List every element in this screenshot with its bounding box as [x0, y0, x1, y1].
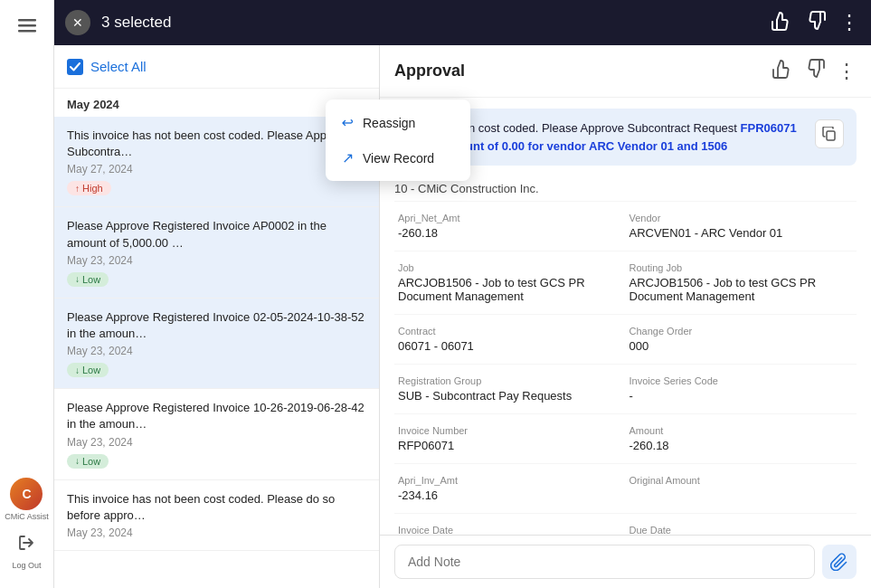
view-record-label: View Record [363, 151, 434, 166]
priority-badge: ↓ Low [67, 272, 109, 287]
view-record-icon: ↗ [342, 149, 354, 166]
field-label: Amount [630, 425, 854, 436]
field-routing-job: Routing Job ARCJOB1506 - Job to test GCS… [626, 251, 857, 315]
priority-badge: ↓ Low [67, 363, 109, 377]
list-item-text: Please Approve Registered Invoice AP0002… [67, 218, 366, 251]
cmic-assist-item[interactable]: C CMiC Assist [5, 478, 49, 521]
field-value: -260.18 [398, 226, 622, 240]
field-value: 06071 - 06071 [398, 339, 622, 353]
topbar-actions: ⋮ [771, 10, 860, 36]
reject-button[interactable] [804, 58, 826, 84]
close-icon: ✕ [72, 15, 83, 30]
list-item[interactable]: Please Approve Registered Invoice AP0002… [54, 207, 379, 298]
logout-label: Log Out [12, 561, 41, 570]
field-value: ARCJOB1506 - Job to test GCS PR Document… [398, 276, 622, 303]
add-note-area [380, 535, 871, 588]
field-amount: Amount -260.18 [626, 414, 857, 464]
svg-rect-5 [827, 131, 835, 140]
svg-rect-2 [18, 30, 36, 33]
menu-icon[interactable] [11, 9, 43, 42]
field-registration-group: Registration Group SUB - Subcontract Pay… [394, 365, 626, 414]
field-label: Due Date [630, 525, 854, 535]
select-all-label[interactable]: Select All [90, 59, 147, 74]
fields-grid: Apri_Net_Amt -260.18 Vendor ARCVEN01 - A… [394, 202, 857, 535]
thumb-up-button[interactable] [771, 10, 792, 36]
field-change-order: Change Order 000 [626, 315, 857, 365]
logout-icon [10, 526, 43, 559]
field-contract: Contract 06071 - 06071 [394, 315, 626, 365]
list-item-date: May 23, 2024 [67, 526, 366, 539]
topbar: ✕ 3 selected ⋮ [54, 0, 871, 45]
field-label: Invoice Series Code [630, 375, 854, 386]
field-value: SUB - Subcontract Pay Requests [398, 389, 622, 403]
more-options-right-button[interactable]: ⋮ [837, 60, 857, 83]
field-apri-inv-amt: Apri_Inv_Amt -234.16 [394, 464, 626, 514]
list-item-date: May 27, 2024 [67, 163, 366, 175]
field-due-date: Due Date 06-JUL-23 [626, 514, 857, 535]
close-button[interactable]: ✕ [65, 10, 90, 35]
field-value: -234.16 [398, 488, 622, 502]
selected-count: 3 selected [101, 14, 760, 32]
add-note-input[interactable] [394, 545, 815, 579]
field-invoice-number: Invoice Number RFP06071 [394, 414, 626, 464]
sidebar: C CMiC Assist Log Out [0, 0, 54, 588]
main-area: ✕ 3 selected ⋮ [54, 0, 871, 588]
more-options-button[interactable]: ⋮ [839, 11, 860, 34]
field-label: Apri_Inv_Amt [398, 475, 622, 486]
view-record-menu-item[interactable]: ↗ View Record [326, 140, 470, 175]
field-value: 000 [630, 339, 854, 353]
field-invoice-series-code: Invoice Series Code - [626, 365, 857, 414]
page-title: Approval [394, 62, 762, 81]
field-job: Job ARCJOB1506 - Job to test GCS PR Docu… [394, 251, 626, 315]
reassign-icon: ↪ [342, 114, 354, 131]
list-item[interactable]: Please Approve Registered Invoice 10-26-… [54, 389, 379, 479]
field-invoice-date: Invoice Date 06-JUL-23 [394, 514, 626, 535]
list-item[interactable]: Please Approve Registered Invoice 02-05-… [54, 299, 379, 389]
field-label: Invoice Date [398, 525, 622, 535]
field-apri-net-amt: Apri_Net_Amt -260.18 [394, 202, 626, 251]
svg-rect-1 [18, 24, 36, 27]
field-label: Vendor [630, 213, 854, 223]
list-item-text: This invoice has not been cost coded. Pl… [67, 491, 366, 524]
copy-button[interactable] [815, 119, 844, 148]
list-item-text: Please Approve Registered Invoice 02-05-… [67, 309, 366, 342]
field-label: Registration Group [398, 375, 622, 386]
list-item-date: May 23, 2024 [67, 345, 366, 357]
list-header: Select All [54, 45, 379, 89]
field-label: Job [398, 262, 622, 273]
list-items: This invoice has not been cost coded. Pl… [54, 117, 379, 588]
priority-badge: ↑ High [67, 181, 111, 195]
field-value: -260.18 [630, 439, 854, 452]
list-item[interactable]: This invoice has not been cost coded. Pl… [54, 480, 379, 551]
list-item-text: This invoice has not been cost coded. Pl… [67, 128, 366, 160]
right-header-actions: ⋮ [772, 58, 857, 84]
right-header: Approval ⋮ [380, 45, 871, 98]
field-label: Routing Job [630, 262, 854, 273]
list-item-text: Please Approve Registered Invoice 10-26-… [67, 400, 366, 432]
list-item-date: May 23, 2024 [67, 254, 366, 267]
field-value: RFP06071 [398, 439, 622, 452]
field-label: Contract [398, 326, 622, 337]
field-value: ARCVEN01 - ARC Vendor 01 [630, 226, 854, 240]
reassign-menu-item[interactable]: ↪ Reassign [326, 105, 470, 140]
attach-button[interactable] [822, 545, 857, 579]
logout-item[interactable]: Log Out [10, 526, 43, 570]
field-value: ARCJOB1506 - Job to test GCS PR Document… [630, 276, 854, 303]
field-label: Invoice Number [398, 425, 622, 436]
field-original-amount: Original Amount [626, 464, 857, 514]
field-label: Change Order [630, 326, 854, 337]
approve-button[interactable] [772, 58, 793, 84]
reassign-label: Reassign [363, 116, 415, 130]
cmic-assist-label: CMiC Assist [5, 512, 49, 521]
thumb-down-button[interactable] [805, 10, 827, 36]
field-label: Apri_Net_Amt [398, 213, 622, 223]
select-all-checkbox[interactable] [67, 59, 83, 75]
field-value: - [630, 389, 854, 403]
field-vendor: Vendor ARCVEN01 - ARC Vendor 01 [626, 202, 857, 251]
svg-rect-0 [18, 19, 36, 22]
dropdown-menu: ↪ Reassign ↗ View Record [326, 100, 470, 181]
list-item-date: May 23, 2024 [67, 436, 366, 449]
avatar: C [10, 478, 43, 510]
field-label: Original Amount [630, 475, 854, 486]
priority-badge: ↓ Low [67, 454, 109, 469]
